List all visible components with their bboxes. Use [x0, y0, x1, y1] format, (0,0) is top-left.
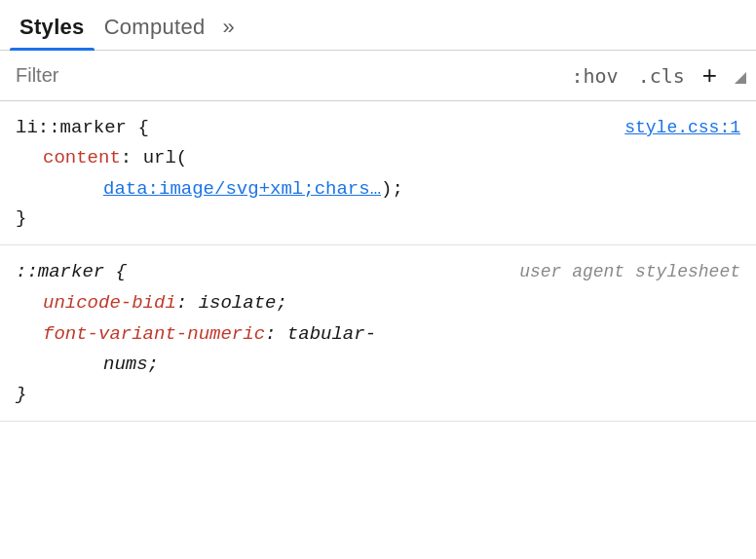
- source-link-li-marker[interactable]: style.css:1: [624, 114, 740, 142]
- property-unicode-bidi: unicode-bidi: isolate;: [16, 287, 740, 318]
- hov-button[interactable]: :hov: [565, 60, 624, 92]
- filter-input[interactable]: [0, 51, 555, 100]
- prop-value-isolate: isolate;: [187, 292, 287, 314]
- prop-value-close-paren: );: [381, 178, 403, 200]
- prop-name-unicode-bidi[interactable]: unicode-bidi: [43, 292, 176, 314]
- prop-name-content[interactable]: content: [43, 147, 121, 168]
- prop-value-tabular: tabular-: [276, 323, 376, 345]
- closing-brace-1: }: [16, 204, 740, 233]
- property-content: content: url(: [16, 142, 740, 173]
- resize-corner: [731, 68, 746, 84]
- cls-button[interactable]: .cls: [632, 60, 691, 92]
- prop-colon-2: :: [176, 292, 187, 314]
- prop-colon-1: :: [121, 147, 132, 168]
- property-font-variant: font-variant-numeric: tabular-: [16, 318, 740, 350]
- rule-header-2: ::marker { user agent stylesheet: [16, 257, 740, 286]
- filter-bar: :hov .cls +: [0, 51, 756, 101]
- css-rule-marker: ::marker { user agent stylesheet unicode…: [0, 245, 756, 422]
- tab-computed[interactable]: Computed: [94, 15, 215, 50]
- selector-marker[interactable]: ::marker {: [16, 257, 127, 286]
- prop-value-link-line: data:image/svg+xml;chars…);: [16, 174, 740, 204]
- add-style-button[interactable]: +: [699, 58, 721, 93]
- tab-styles[interactable]: Styles: [10, 15, 94, 50]
- tab-more-button[interactable]: »: [215, 15, 243, 50]
- prop-name-font-variant[interactable]: font-variant-numeric: [43, 323, 265, 345]
- prop-colon-3: :: [265, 323, 276, 345]
- prop-value-nums-line: nums;: [16, 350, 740, 379]
- closing-brace-2: }: [16, 380, 740, 409]
- selector-li-marker[interactable]: li::marker {: [16, 113, 149, 142]
- rule-header: li::marker { style.css:1: [16, 113, 740, 142]
- prop-value-nums: nums;: [103, 354, 159, 375]
- filter-actions: :hov .cls +: [555, 58, 756, 93]
- prop-value-url: url(: [132, 147, 187, 168]
- css-content: li::marker { style.css:1 content: url( d…: [0, 101, 756, 559]
- css-rule-li-marker: li::marker { style.css:1 content: url( d…: [0, 101, 756, 245]
- devtools-panel: Styles Computed » :hov .cls + li::marker…: [0, 0, 756, 559]
- data-uri-link[interactable]: data:image/svg+xml;chars…: [103, 178, 381, 200]
- user-agent-label: user agent stylesheet: [519, 258, 740, 286]
- tab-bar: Styles Computed »: [0, 0, 756, 51]
